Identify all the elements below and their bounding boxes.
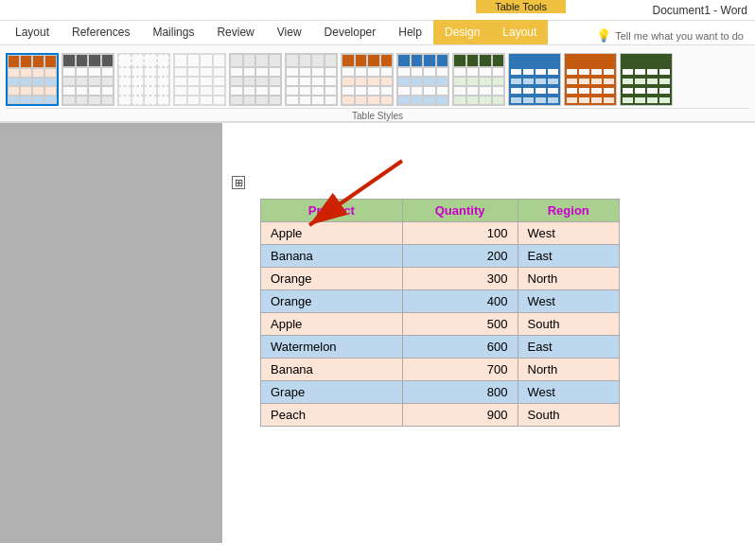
- col-header-quantity: Quantity: [402, 200, 518, 222]
- table-row: Watermelon600East: [261, 336, 620, 359]
- cell-region: East: [518, 336, 620, 359]
- table-row: Banana700North: [261, 359, 620, 381]
- ribbon-content: Table Styles: [0, 45, 755, 123]
- cell-quantity: 600: [402, 336, 518, 359]
- tab-view[interactable]: View: [266, 20, 313, 44]
- table-style-11[interactable]: [564, 53, 617, 106]
- table-row: Orange400West: [261, 290, 620, 313]
- cell-product: Grape: [261, 381, 403, 404]
- table-row: Peach900South: [261, 404, 620, 427]
- tab-mailings[interactable]: Mailings: [141, 20, 205, 44]
- table-tools-label: Table Tools: [476, 0, 566, 13]
- table-row: Apple500South: [261, 313, 620, 336]
- cell-region: North: [518, 359, 620, 381]
- cell-region: South: [518, 404, 620, 427]
- col-header-region: Region: [518, 200, 620, 222]
- cell-product: Peach: [261, 404, 403, 427]
- cell-region: South: [518, 313, 620, 336]
- cell-quantity: 900: [402, 404, 518, 427]
- cell-region: West: [518, 222, 620, 245]
- cell-product: Apple: [261, 222, 403, 245]
- search-hint-text: Tell me what you want to do: [615, 30, 744, 42]
- table-style-10[interactable]: [508, 53, 561, 106]
- tab-layout-table[interactable]: Layout: [491, 20, 548, 44]
- table-row: Grape800West: [261, 381, 620, 404]
- tab-design[interactable]: Design: [433, 20, 491, 44]
- cell-product: Banana: [261, 359, 403, 381]
- cell-region: West: [518, 381, 620, 404]
- table-style-4[interactable]: [173, 53, 226, 106]
- tab-help[interactable]: Help: [387, 20, 433, 44]
- cell-product: Orange: [261, 290, 403, 313]
- cell-quantity: 400: [402, 290, 518, 313]
- col-header-product: Product: [261, 200, 403, 222]
- table-style-5[interactable]: [229, 53, 282, 106]
- title-bar: Table Tools Document1 - Word: [0, 0, 755, 21]
- cell-product: Banana: [261, 245, 403, 268]
- cell-product: Apple: [261, 313, 403, 336]
- ribbon-search-bar[interactable]: 💡 Tell me what you want to do: [588, 26, 751, 44]
- cell-quantity: 100: [402, 222, 518, 245]
- cell-quantity: 500: [402, 313, 518, 336]
- table-styles-label: Table Styles: [6, 108, 749, 121]
- table-anchor-icon[interactable]: ⊞: [232, 176, 245, 189]
- cell-product: Orange: [261, 268, 403, 290]
- data-table: Product Quantity Region Apple100WestBana…: [260, 199, 620, 427]
- table-style-8[interactable]: [396, 53, 449, 106]
- table-style-6[interactable]: [285, 53, 338, 106]
- cell-quantity: 700: [402, 359, 518, 381]
- doc-left-margin: [0, 123, 222, 543]
- cell-quantity: 200: [402, 245, 518, 268]
- table-style-2[interactable]: [61, 53, 114, 106]
- table-row: Orange300North: [261, 268, 620, 290]
- table-styles-container: [6, 51, 749, 108]
- table-style-1[interactable]: [6, 53, 59, 106]
- tab-review[interactable]: Review: [205, 20, 265, 44]
- ribbon-tab-bar: Layout References Mailings Review View D…: [0, 21, 755, 45]
- table-style-7[interactable]: [341, 53, 394, 106]
- cell-product: Watermelon: [261, 336, 403, 359]
- cell-region: West: [518, 290, 620, 313]
- tab-references[interactable]: References: [61, 20, 141, 44]
- cell-region: East: [518, 245, 620, 268]
- document-title: Document1 - Word: [653, 4, 747, 17]
- cell-region: North: [518, 268, 620, 290]
- table-row: Apple100West: [261, 222, 620, 245]
- table-header-row: Product Quantity Region: [261, 200, 620, 222]
- table-style-12[interactable]: [620, 53, 673, 106]
- lightbulb-icon: 💡: [596, 28, 611, 43]
- tab-layout[interactable]: Layout: [4, 20, 61, 44]
- table-row: Banana200East: [261, 245, 620, 268]
- tab-developer[interactable]: Developer: [313, 20, 388, 44]
- table-style-9[interactable]: [452, 53, 505, 106]
- cell-quantity: 800: [402, 381, 518, 404]
- doc-page: ⊞ Product Quantity Region Apple100WestBa…: [222, 123, 755, 543]
- document-area: ⊞ Product Quantity Region Apple100WestBa…: [0, 123, 755, 543]
- cell-quantity: 300: [402, 268, 518, 290]
- table-style-3[interactable]: [117, 53, 170, 106]
